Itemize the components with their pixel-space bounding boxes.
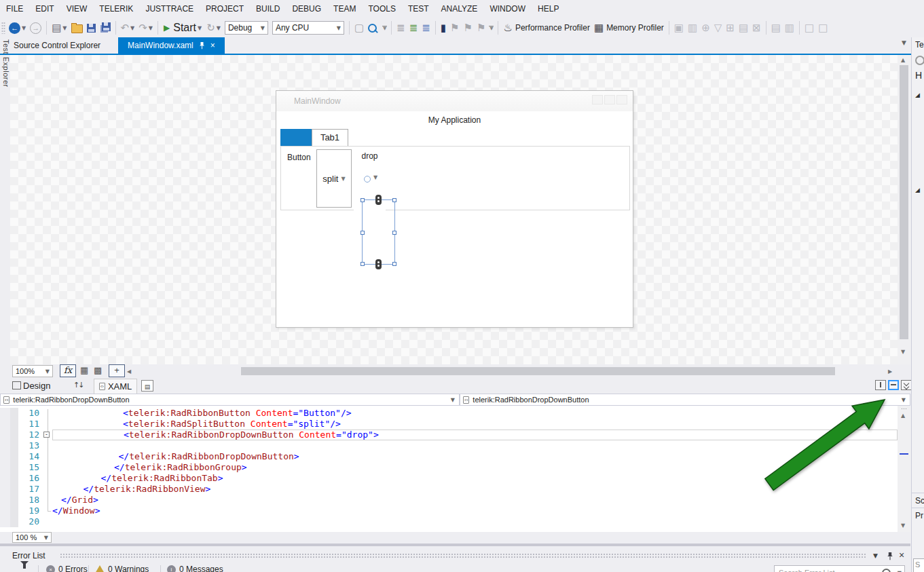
toggle-bookmark-button[interactable]: ▮ <box>439 20 448 36</box>
close-icon[interactable]: × <box>210 41 215 50</box>
editor-vertical-scrollbar[interactable]: ▲ ▼ <box>898 406 910 532</box>
menu-item-view[interactable]: VIEW <box>60 0 94 18</box>
menu-item-test[interactable]: TEST <box>402 0 435 18</box>
redo-button[interactable]: ↷▼ <box>136 20 155 36</box>
section-expander-icon[interactable]: ◢ <box>915 92 920 98</box>
vertical-split-button[interactable] <box>875 380 886 390</box>
toolbar-overflow-button[interactable]: ▼ <box>382 26 387 31</box>
swap-panes-icon[interactable]: ↑↓ <box>73 381 83 389</box>
menu-item-team[interactable]: TEAM <box>327 0 362 18</box>
xaml-code-editor[interactable]: 10<telerik:RadRibbonButton Content="Butt… <box>0 406 898 532</box>
find-in-files-button[interactable] <box>366 20 381 36</box>
ribbon-tab-tab1[interactable]: Tab1 <box>312 129 348 147</box>
pin-icon[interactable] <box>199 42 205 50</box>
chevron-down-icon[interactable]: ▼ <box>451 397 455 403</box>
code-text[interactable]: </telerik:RadRibbonTab> <box>52 473 898 484</box>
next-bookmark-button[interactable]: ⚑ <box>462 20 475 36</box>
splitter-grip-icon[interactable] <box>901 408 907 410</box>
collapse-icon[interactable]: - <box>43 432 50 438</box>
selection-handle[interactable] <box>361 262 365 266</box>
refresh-icon[interactable] <box>915 56 924 65</box>
tab-mainwindow-xaml[interactable]: MainWindow.xaml × <box>118 37 225 54</box>
new-file-button[interactable]: ▤▼ <box>50 20 69 36</box>
code-line[interactable]: 11<telerik:RadSplitButton Content="split… <box>0 419 898 430</box>
solution-platform-select[interactable]: Any CPU▼ <box>272 21 344 35</box>
code-line[interactable]: 18</Grid> <box>0 495 898 506</box>
search-icon[interactable] <box>882 569 891 572</box>
menu-item-telerik[interactable]: TELERIK <box>93 0 139 18</box>
filter-icon[interactable] <box>20 565 29 572</box>
menu-item-tools[interactable]: TOOLS <box>362 0 401 18</box>
profiler-tool-button-2[interactable]: ▥ <box>686 20 699 36</box>
message-count[interactable]: i 0 Messages <box>167 565 223 572</box>
refresh-button[interactable]: ↻▼ <box>204 20 223 36</box>
undo-button[interactable]: ↶▼ <box>119 20 137 36</box>
menu-item-debug[interactable]: DEBUG <box>286 0 327 18</box>
save-all-button[interactable] <box>98 20 113 36</box>
ribbon-button[interactable]: Button <box>287 153 311 162</box>
scroll-left-icon[interactable]: ◀ <box>127 368 131 375</box>
scroll-up-icon[interactable]: ▲ <box>901 413 905 419</box>
code-text[interactable]: </Grid> <box>52 495 898 506</box>
profiler-tool-button-3[interactable]: ⊕ <box>699 20 712 36</box>
scroll-down-icon[interactable]: ▼ <box>901 349 905 355</box>
menu-item-edit[interactable]: EDIT <box>29 0 60 18</box>
code-text[interactable]: </telerik:RadRibbonGroup> <box>52 462 898 473</box>
collapse-pane-button[interactable] <box>901 380 912 390</box>
effects-toggle-button[interactable]: fx <box>60 364 76 377</box>
tab-source-control-explorer[interactable]: Source Control Explorer <box>4 37 110 54</box>
code-line[interactable]: 12-<telerik:RadRibbonDropDownButton Cont… <box>0 430 898 440</box>
scroll-right-icon[interactable]: ▶ <box>888 368 892 375</box>
scroll-down-icon[interactable]: ▼ <box>901 522 905 529</box>
profiler-tool-button-4[interactable]: ▽ <box>712 20 724 36</box>
snaplines-toggle-button[interactable]: + <box>109 364 125 377</box>
menu-item-file[interactable]: FILE <box>0 0 29 18</box>
error-count[interactable]: × 0 Errors <box>46 565 88 572</box>
profiler-tool-button-1[interactable]: ▣ <box>672 20 686 36</box>
scroll-up-icon[interactable]: ▲ <box>901 57 905 63</box>
server-tool-button-2[interactable]: □ <box>816 20 830 36</box>
designer-vertical-scrollbar[interactable]: ▲ ▼ <box>898 55 910 364</box>
open-file-button[interactable] <box>69 20 85 36</box>
selection-handle[interactable] <box>361 231 365 235</box>
code-text[interactable]: </Window> <box>52 506 898 516</box>
code-text[interactable]: </telerik:RadRibbonDropDownButton> <box>52 451 898 462</box>
pin-icon[interactable] <box>887 551 893 563</box>
editor-zoom-select[interactable]: 100 %▼ <box>12 532 52 543</box>
profiler-tool-button-6[interactable]: ▤ <box>737 20 750 36</box>
code-text[interactable]: <telerik:RadRibbonButton Content="Button… <box>52 408 898 419</box>
menu-item-analyze[interactable]: ANALYZE <box>435 0 484 18</box>
format-document-button[interactable]: ≣ <box>394 20 407 36</box>
xaml-view-tab[interactable]: ‹› XAML <box>94 379 137 394</box>
ribbon-split-button[interactable]: split▼ <box>316 149 352 208</box>
selection-handle[interactable] <box>392 262 396 266</box>
warning-count[interactable]: 0 Warnings <box>95 565 149 572</box>
toolbar-overflow-button[interactable]: ▼ <box>489 26 494 31</box>
code-line[interactable]: 16</telerik:RadRibbonTab> <box>0 473 898 484</box>
indent-increase-button[interactable]: ≣ <box>420 20 432 36</box>
code-text[interactable] <box>52 440 898 451</box>
chevron-down-icon[interactable]: ▼ <box>873 552 878 559</box>
menu-item-build[interactable]: BUILD <box>250 0 286 18</box>
navigate-document-button[interactable]: ▢ <box>352 20 366 36</box>
margin-anchor-icon[interactable] <box>375 259 382 269</box>
chevron-down-icon[interactable]: ▼ <box>902 397 906 403</box>
menu-item-help[interactable]: HELP <box>532 0 565 18</box>
chevron-down-icon[interactable]: ▼ <box>898 570 902 572</box>
save-button[interactable] <box>85 20 98 36</box>
menu-item-justtrace[interactable]: JUSTTRACE <box>139 0 200 18</box>
indent-decrease-button[interactable]: ≣ <box>407 20 420 36</box>
selection-handle[interactable] <box>361 198 365 202</box>
performance-profiler-button[interactable]: ♨Performance Profiler <box>501 20 592 36</box>
breadcrumb-left[interactable]: ‹› telerik:RadRibbonDropDownButton ▼ <box>0 394 460 406</box>
designer-horizontal-scrollbar[interactable] <box>241 367 835 375</box>
document-list-dropdown-icon[interactable]: ▼ <box>902 39 906 46</box>
profiler-tool-button-7[interactable]: ⊠ <box>750 20 763 36</box>
sidebar-tab-test-explorer[interactable]: Test Explorer <box>1 39 10 121</box>
error-list-search-input[interactable]: Search Error List ▼ <box>774 565 905 572</box>
profiler-tool-button-5[interactable]: ⊞ <box>724 20 737 36</box>
menu-item-window[interactable]: WINDOW <box>483 0 532 18</box>
code-line[interactable]: 13 <box>0 440 898 451</box>
code-line[interactable]: 15</telerik:RadRibbonGroup> <box>0 462 898 473</box>
window-tool-button-1[interactable]: ▤ <box>769 20 783 36</box>
